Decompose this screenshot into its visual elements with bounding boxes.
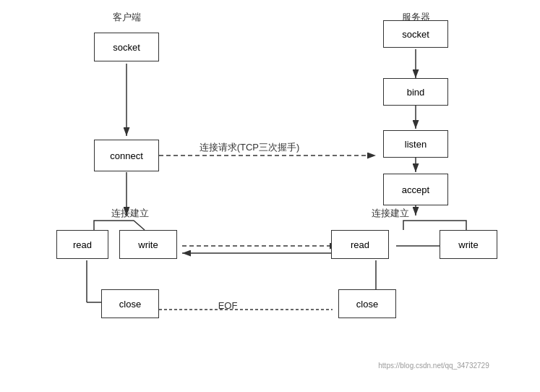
eof-label: EOF: [210, 300, 246, 311]
client-label: 客户端: [94, 11, 159, 24]
server-accept-box: accept: [383, 174, 448, 205]
server-write-box: write: [440, 230, 497, 259]
server-close-box: close: [338, 289, 396, 318]
client-close-box: close: [101, 289, 159, 318]
watermark-label: https://blog.csdn.net/qq_34732729: [333, 362, 535, 370]
connection-established-right-label: 连接建立: [354, 207, 427, 220]
client-read-box: read: [56, 230, 108, 259]
client-write-box: write: [119, 230, 177, 259]
connection-request-label: 连接请求(TCP三次握手): [177, 141, 322, 154]
server-listen-box: listen: [383, 130, 448, 158]
client-connect-box: connect: [94, 140, 159, 171]
server-bind-box: bind: [383, 78, 448, 106]
diagram: 客户端 服务器 socket connect read write close …: [0, 0, 540, 392]
server-read-box: read: [331, 230, 389, 259]
server-socket-box: socket: [383, 20, 448, 48]
connection-established-left-label: 连接建立: [94, 207, 166, 220]
client-socket-box: socket: [94, 33, 159, 61]
